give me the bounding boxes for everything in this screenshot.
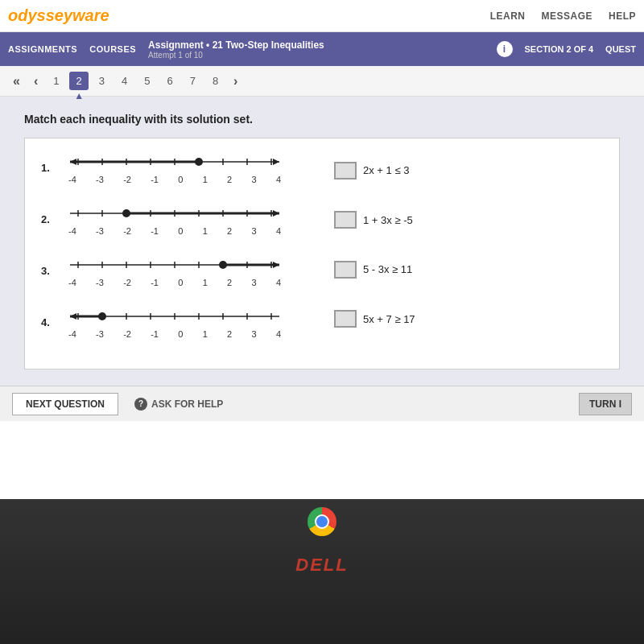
message-link[interactable]: MESSAGE bbox=[541, 10, 592, 22]
svg-marker-2 bbox=[273, 159, 279, 165]
inequality-text-B: 1 + 3x ≥ -5 bbox=[363, 214, 413, 226]
help-link[interactable]: HELP bbox=[609, 10, 636, 22]
brand-logo: odysseyware bbox=[8, 6, 109, 25]
drag-box-A[interactable] bbox=[334, 162, 357, 180]
courses-nav[interactable]: COURSES bbox=[89, 44, 136, 54]
drag-box-C[interactable] bbox=[334, 261, 357, 279]
page-8[interactable]: 8 bbox=[206, 72, 225, 90]
assignment-info: Assignment • 21 Two-Step Inequalities At… bbox=[148, 39, 324, 60]
pagination-bar: « ‹ 1 2 3 4 5 6 7 8 › bbox=[0, 66, 644, 97]
row-label-4: 4. bbox=[41, 316, 56, 328]
drag-box-B[interactable] bbox=[334, 211, 357, 229]
number-line-row-2: 2. bbox=[41, 202, 310, 236]
page-3[interactable]: 3 bbox=[93, 72, 111, 90]
inequality-text-C: 5 - 3x ≥ 11 bbox=[363, 263, 412, 275]
page-4[interactable]: 4 bbox=[115, 72, 134, 90]
top-nav-links: LEARN MESSAGE HELP bbox=[490, 10, 636, 22]
matching-container: 1. bbox=[24, 138, 620, 369]
number-line-row-1: 1. bbox=[41, 151, 310, 184]
number-line-labels-3: -4-3-2-101234 bbox=[62, 278, 287, 287]
turn-in-button[interactable]: TURN I bbox=[579, 393, 632, 415]
main-content: Match each inequality with its solution … bbox=[0, 97, 644, 386]
help-icon: ? bbox=[134, 398, 147, 411]
breadcrumb-right: i SECTION 2 OF 4 QUEST bbox=[497, 41, 636, 57]
inequality-text-A: 2x + 1 ≤ 3 bbox=[363, 164, 409, 176]
row-label-3: 3. bbox=[41, 265, 56, 277]
breadcrumb-bar: ASSIGNMENTS COURSES Assignment • 21 Two-… bbox=[0, 32, 644, 66]
attempt-label: Attempt 1 of 10 bbox=[148, 51, 324, 60]
top-nav: odysseyware LEARN MESSAGE HELP bbox=[0, 0, 644, 32]
row-label-1: 1. bbox=[41, 162, 56, 174]
number-line-labels-1: -4-3-2-101234 bbox=[62, 175, 287, 184]
prev-page-button[interactable]: ‹ bbox=[29, 72, 43, 90]
inequality-row-B: 1 + 3x ≥ -5 bbox=[334, 211, 603, 229]
brand-name: odysseyware bbox=[8, 6, 109, 24]
question-instruction: Match each inequality with its solution … bbox=[24, 113, 620, 126]
section-badge: SECTION 2 OF 4 bbox=[525, 44, 594, 54]
learn-link[interactable]: LEARN bbox=[490, 10, 526, 22]
number-line-labels-2: -4-3-2-101234 bbox=[62, 226, 287, 236]
inequality-row-C: 5 - 3x ≥ 11 bbox=[334, 261, 603, 279]
inequality-row-D: 5x + 7 ≥ 17 bbox=[334, 310, 603, 328]
number-line-row-4: 4. bbox=[41, 305, 310, 339]
first-page-button[interactable]: « bbox=[8, 72, 25, 90]
number-line-svg-1 bbox=[62, 151, 287, 173]
assignment-title: Assignment • 21 Two-Step Inequalities bbox=[148, 39, 324, 51]
inequality-text-D: 5x + 7 ≥ 17 bbox=[363, 313, 415, 325]
inequalities-section: 2x + 1 ≤ 3 1 + 3x ≥ -5 5 - 3x ≥ 11 5x + … bbox=[334, 151, 603, 357]
page-7[interactable]: 7 bbox=[184, 72, 202, 90]
number-line-row-3: 3. bbox=[41, 254, 310, 287]
number-line-svg-3 bbox=[62, 254, 287, 276]
quest-label: QUEST bbox=[605, 44, 636, 54]
assignments-nav[interactable]: ASSIGNMENTS bbox=[8, 44, 77, 54]
number-line-labels-4: -4-3-2-101234 bbox=[62, 329, 287, 339]
bezel-bottom: DELL bbox=[0, 499, 644, 644]
ask-for-help-button[interactable]: ? ASK FOR HELP bbox=[134, 398, 223, 411]
page-1[interactable]: 1 bbox=[47, 72, 65, 90]
chrome-icon bbox=[308, 507, 336, 536]
inequality-row-A: 2x + 1 ≤ 3 bbox=[334, 162, 603, 180]
number-lines: 1. bbox=[41, 151, 310, 357]
row-label-2: 2. bbox=[41, 213, 56, 225]
drag-box-D[interactable] bbox=[334, 310, 357, 328]
bottom-bar: NEXT QUESTION ? ASK FOR HELP TURN I bbox=[0, 386, 644, 421]
next-page-button[interactable]: › bbox=[229, 72, 242, 90]
number-line-svg-2 bbox=[62, 202, 287, 225]
page-2[interactable]: 2 bbox=[69, 72, 88, 90]
page-5[interactable]: 5 bbox=[138, 72, 156, 90]
page-6[interactable]: 6 bbox=[160, 72, 179, 90]
info-icon[interactable]: i bbox=[497, 41, 513, 57]
dell-logo: DELL bbox=[295, 555, 348, 576]
number-line-svg-4 bbox=[62, 305, 287, 328]
next-question-button[interactable]: NEXT QUESTION bbox=[12, 393, 118, 415]
